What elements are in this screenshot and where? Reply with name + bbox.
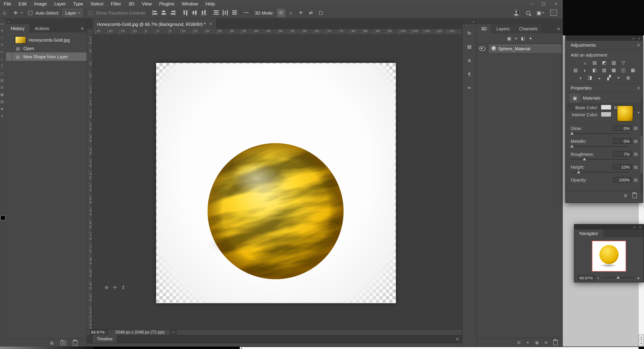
slider-thumb-icon[interactable] [616, 276, 620, 278]
properties-title[interactable]: Properties [566, 85, 592, 90]
tool-icon[interactable]: ▧ [0, 78, 5, 83]
menu-item[interactable]: View [138, 0, 156, 7]
collapsed-panel-icon[interactable]: ¶ [464, 70, 474, 79]
zoom-level-field[interactable]: 66.67% [90, 329, 108, 335]
collapsed-panel-icon[interactable]: A [464, 56, 474, 65]
property-value-field[interactable]: 0% [613, 125, 631, 131]
history-state-row[interactable]: ▤ New Shape from Layer [6, 52, 87, 61]
tool-icon[interactable]: ○ [0, 36, 5, 40]
adjustment-icon[interactable]: ◨ [586, 75, 594, 81]
panel-tab[interactable]: History [6, 24, 30, 33]
align-vertical-centers-icon[interactable] [192, 10, 198, 16]
panel-menu-icon[interactable]: ≡ [634, 85, 643, 90]
panel-footer-icon[interactable]: ✦ [526, 340, 530, 345]
material-picker-caret-icon[interactable]: ▾ [638, 111, 640, 115]
collapsed-panel-icon[interactable]: fx [464, 28, 474, 38]
zoom-out-icon[interactable]: ▲ [597, 276, 600, 279]
slider-thumb-icon[interactable] [570, 132, 574, 135]
minimize-button[interactable]: – [530, 1, 533, 6]
base-color-swatch[interactable] [601, 105, 612, 110]
interior-color-swatch[interactable] [601, 112, 612, 117]
slider-thumb-icon[interactable] [577, 171, 580, 173]
tool-icon[interactable]: ✂ [0, 50, 5, 54]
workspace-switcher[interactable]: ▣ ▾ [537, 10, 544, 16]
collapsed-panel-icon[interactable]: ✂ [464, 83, 474, 93]
adjustment-icon[interactable]: ☼ [581, 60, 589, 66]
menu-item[interactable]: Filter [107, 0, 125, 7]
gold-sphere-3d-object[interactable] [207, 143, 344, 280]
property-slider-track[interactable] [571, 146, 628, 146]
status-options-arrow[interactable]: › [170, 329, 177, 335]
texture-folder-icon[interactable]: ▤ [634, 126, 638, 130]
panel-menu-icon[interactable]: ≡ [453, 335, 462, 343]
tool-icon[interactable]: T [0, 64, 5, 68]
menu-item[interactable]: Type [70, 0, 87, 7]
show-transform-checkbox[interactable] [89, 11, 93, 15]
3d-mode-icon[interactable]: ▢ [317, 9, 325, 17]
new-document-from-state-icon[interactable]: ⊞ [50, 340, 54, 345]
properties-scrollbar[interactable] [641, 98, 642, 194]
property-slider-track[interactable] [571, 133, 628, 134]
history-brush-well[interactable] [6, 52, 12, 61]
close-document-icon[interactable]: × [209, 22, 212, 26]
property-value-field[interactable]: 0% [613, 138, 631, 144]
collapsed-panel-icon[interactable]: ▤ [464, 42, 474, 51]
canvas-viewport[interactable]: ⊕✛⇕ [93, 35, 462, 329]
delete-state-icon[interactable] [73, 340, 77, 345]
eye-icon[interactable] [479, 46, 485, 51]
share-icon[interactable]: ↑ [550, 10, 557, 16]
align-horizontal-centers-icon[interactable] [160, 10, 167, 16]
3d-axis-icon[interactable]: ✛ [113, 284, 117, 290]
clip-adjustment-icon[interactable]: ⊞ [624, 193, 627, 197]
tool-icon[interactable]: ◐ [0, 57, 5, 61]
tool-icon[interactable]: ✛ [0, 29, 5, 33]
adjustments-title[interactable]: Adjustments [566, 43, 596, 48]
property-slider-track[interactable] [571, 159, 628, 159]
navigator-proxy-view[interactable] [592, 241, 626, 272]
3d-filter-icon[interactable]: ≡ [515, 36, 518, 41]
collapse-panel-icon[interactable]: « [633, 37, 635, 40]
vertical-ruler[interactable]: 1050510152025303540455055606570758085909… [87, 35, 93, 329]
collapse-panel-icon[interactable]: « [8, 20, 9, 24]
texture-folder-icon[interactable]: ▤ [634, 139, 638, 143]
move-tool-icon[interactable]: ✛ [14, 10, 18, 16]
distribute-spacing-icon[interactable] [232, 10, 238, 16]
zoom-in-icon[interactable]: ▲ [636, 276, 640, 280]
texture-folder-icon[interactable]: ▤ [634, 165, 638, 169]
3d-mode-icon[interactable]: ✛ [297, 9, 305, 17]
navigator-zoom-slider[interactable] [602, 277, 634, 278]
scroll-down-button[interactable]: ▾ [638, 341, 644, 346]
align-left-edges-icon[interactable] [152, 10, 158, 16]
tool-icon[interactable]: ✎ [0, 43, 5, 47]
adjustment-icon[interactable]: ◧ [591, 67, 599, 73]
scroll-up-button[interactable]: ▴ [638, 334, 644, 340]
material-preview-thumbnail[interactable] [617, 105, 633, 122]
horizontal-ruler[interactable]: 2520151050510152025303540455055606570758… [93, 29, 462, 35]
panel-menu-icon[interactable]: ≡ [634, 43, 643, 48]
adjustment-icon[interactable]: ▧ [610, 60, 618, 66]
scroll-left-icon[interactable]: ◂ [240, 346, 242, 349]
panel-footer-icon[interactable]: ⊞ [517, 340, 521, 345]
materials-cube-icon[interactable]: ▣ [570, 94, 580, 102]
account-avatar[interactable] [513, 9, 520, 16]
adjustment-icon[interactable]: ◓ [615, 75, 623, 81]
slider-thumb-icon[interactable] [583, 158, 586, 160]
history-brush-well[interactable] [6, 44, 12, 52]
ruler-origin-box[interactable] [87, 29, 93, 35]
menu-item[interactable]: Plugins [156, 0, 178, 7]
3d-filter-icon[interactable]: ▦ [507, 36, 511, 41]
align-bottom-edges-icon[interactable] [201, 10, 207, 16]
delete-icon[interactable] [632, 193, 637, 198]
tool-icon[interactable]: ▭ [0, 22, 5, 26]
tool-icon[interactable]: ◻ [0, 71, 5, 75]
adjustment-icon[interactable]: ▩ [610, 67, 618, 73]
menu-item[interactable]: 3D [125, 0, 138, 7]
adjustment-icon[interactable]: ▨ [600, 67, 608, 73]
tool-icon[interactable]: ▤ [0, 100, 5, 104]
tool-icon[interactable]: ■ [0, 107, 5, 111]
slider-thumb-icon[interactable] [570, 145, 574, 147]
panel-menu-icon[interactable]: ≡ [554, 24, 563, 33]
auto-select-dropdown[interactable]: Layer ▾ [62, 9, 82, 17]
close-panel-icon[interactable]: × [639, 225, 641, 229]
visibility-cell[interactable] [477, 44, 488, 53]
